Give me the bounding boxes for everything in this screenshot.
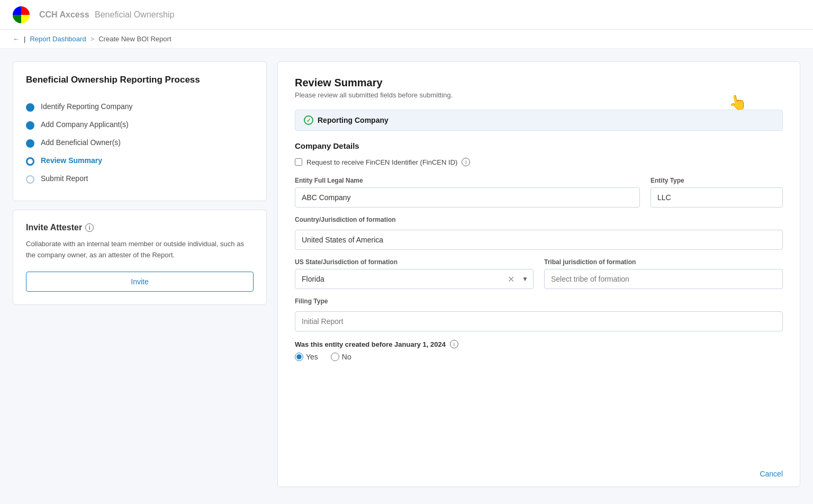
yes-radio-label[interactable]: Yes (295, 353, 318, 361)
app-logo (13, 6, 30, 23)
right-panel: 👆 Review Summary Please review all submi… (277, 61, 800, 487)
app-header: CCH Axcess Beneficial Ownership (0, 0, 813, 30)
us-state-group: US State/Jurisdiction of formation ✕ ▼ (295, 258, 534, 289)
entity-type-label: Entity Type (651, 177, 783, 184)
entity-name-group: Entity Full Legal Name (295, 177, 640, 208)
step-dot-review (26, 157, 34, 166)
fincen-checkbox-label[interactable]: Request to receive FinCEN Identifier (Fi… (306, 158, 457, 166)
was-created-row: Was this entity created before January 1… (295, 340, 783, 348)
step-submit: Submit Report (26, 170, 254, 188)
filing-type-row: Filing Type (295, 298, 783, 331)
review-subtitle: Please review all submitted fields befor… (295, 91, 783, 99)
step-label-submit: Submit Report (41, 174, 88, 183)
company-details-title: Company Details (295, 141, 783, 150)
step-dot-applicants (26, 121, 34, 130)
main-content: Beneficial Ownership Reporting Process I… (0, 49, 813, 500)
step-label-review: Review Summary (41, 156, 102, 165)
filing-type-input[interactable] (295, 311, 783, 331)
entity-type-group: Entity Type (651, 177, 783, 208)
yes-radio[interactable] (295, 353, 303, 361)
company-details-section: Company Details Request to receive FinCE… (295, 141, 783, 361)
breadcrumb: ← | Report Dashboard > Create New BOI Re… (0, 30, 813, 49)
no-radio-label[interactable]: No (331, 353, 351, 361)
entity-type-input[interactable] (651, 187, 783, 208)
country-label: Country/Jurisdiction of formation (295, 216, 783, 223)
country-input[interactable] (295, 230, 783, 250)
was-created-label: Was this entity created before January 1… (295, 340, 446, 348)
step-label-identify: Identify Reporting Company (41, 102, 133, 111)
attester-info-icon[interactable]: i (85, 223, 94, 232)
step-identify: Identify Reporting Company (26, 98, 254, 116)
cancel-button[interactable]: Cancel (760, 470, 783, 478)
section-title-label: Reporting Company (318, 116, 389, 124)
us-state-label: US State/Jurisdiction of formation (295, 258, 534, 266)
fincen-checkbox[interactable] (295, 158, 302, 166)
was-created-info-icon[interactable]: i (450, 340, 458, 348)
breadcrumb-separator: > (91, 35, 95, 43)
tribal-input[interactable] (544, 269, 783, 289)
attester-description: Collaborate with an internal team member… (26, 239, 254, 261)
process-title: Beneficial Ownership Reporting Process (26, 75, 254, 85)
us-state-input[interactable] (295, 269, 534, 289)
us-state-clear-icon[interactable]: ✕ (508, 274, 514, 284)
tribal-group: Tribal jurisdiction of formation (544, 258, 783, 289)
attester-title: Invite Attester i (26, 223, 254, 232)
form-footer: Cancel (760, 470, 783, 478)
tribal-label: Tribal jurisdiction of formation (544, 258, 783, 266)
steps-list: Identify Reporting Company Add Company A… (26, 98, 254, 188)
us-state-select-wrapper: ✕ ▼ (295, 269, 534, 289)
reporting-company-section-header: Reporting Company (295, 110, 783, 131)
fincen-checkbox-row: Request to receive FinCEN Identifier (Fi… (295, 158, 783, 166)
breadcrumb-current: Create New BOI Report (98, 35, 171, 43)
breadcrumb-dashboard-link[interactable]: Report Dashboard (30, 35, 86, 43)
step-label-applicants: Add Company Applicant(s) (41, 120, 129, 129)
country-row: Country/Jurisdiction of formation (295, 216, 783, 250)
state-tribal-row: US State/Jurisdiction of formation ✕ ▼ T… (295, 258, 783, 289)
review-title: Review Summary (295, 77, 783, 89)
back-button[interactable]: ← (13, 35, 20, 43)
was-created-radio-group: Yes No (295, 353, 783, 361)
entity-name-label: Entity Full Legal Name (295, 177, 640, 184)
no-radio[interactable] (331, 353, 339, 361)
attester-card: Invite Attester i Collaborate with an in… (13, 210, 267, 305)
step-dot-owners (26, 139, 34, 148)
step-label-owners: Add Beneficial Owner(s) (41, 138, 121, 147)
invite-button[interactable]: Invite (26, 272, 254, 292)
us-state-arrow-icon[interactable]: ▼ (522, 275, 528, 283)
step-dot-submit (26, 175, 34, 184)
step-owners: Add Beneficial Owner(s) (26, 134, 254, 152)
check-circle-icon (304, 115, 313, 125)
step-applicants: Add Company Applicant(s) (26, 116, 254, 134)
entity-name-input[interactable] (295, 187, 640, 208)
step-review: Review Summary (26, 152, 254, 170)
breadcrumb-separator-left: | (24, 35, 25, 43)
fincen-info-icon[interactable]: i (462, 158, 470, 166)
process-card: Beneficial Ownership Reporting Process I… (13, 61, 267, 201)
entity-name-type-row: Entity Full Legal Name Entity Type (295, 177, 783, 208)
left-panel: Beneficial Ownership Reporting Process I… (13, 61, 267, 487)
filing-type-label: Filing Type (295, 298, 783, 305)
app-title: CCH Axcess Beneficial Ownership (36, 10, 174, 20)
step-dot-identify (26, 103, 34, 112)
